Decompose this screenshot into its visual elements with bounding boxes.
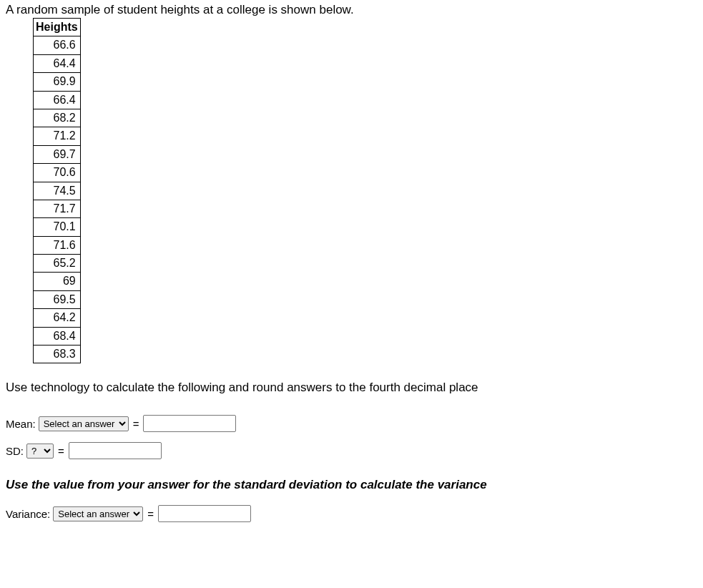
variance-instruction: Use the value from your answer for the s…: [6, 478, 697, 492]
sd-select[interactable]: ?: [26, 444, 54, 459]
table-row: 69.9: [34, 73, 81, 91]
mean-input[interactable]: [143, 415, 236, 432]
table-row: 70.1: [34, 218, 81, 236]
table-row: 64.4: [34, 54, 81, 72]
instruction-text: Use technology to calculate the followin…: [6, 381, 697, 395]
mean-label: Mean:: [6, 418, 36, 430]
heights-table: Heights 66.6 64.4 69.9 66.4 68.2 71.2 69…: [33, 18, 81, 363]
table-row: 68.4: [34, 327, 81, 345]
table-row: 70.6: [34, 164, 81, 182]
mean-row: Mean: Select an answer =: [6, 415, 697, 432]
table-row: 65.2: [34, 255, 81, 273]
table-row: 69.5: [34, 290, 81, 308]
table-row: 64.2: [34, 309, 81, 327]
variance-input[interactable]: [158, 505, 251, 522]
table-row: 69: [34, 273, 81, 290]
variance-row: Variance: Select an answer =: [6, 505, 697, 522]
table-row: 71.6: [34, 236, 81, 254]
sd-label: SD:: [6, 445, 24, 457]
table-row: 71.7: [34, 200, 81, 217]
table-row: 69.7: [34, 145, 81, 163]
table-row: 68.3: [34, 346, 81, 363]
table-row: 68.2: [34, 109, 81, 127]
intro-text: A random sample of student heights at a …: [6, 3, 697, 17]
mean-select[interactable]: Select an answer: [39, 416, 129, 431]
table-row: 74.5: [34, 182, 81, 200]
variance-label: Variance:: [6, 508, 50, 520]
sd-row: SD: ? =: [6, 442, 697, 459]
sd-input[interactable]: [69, 442, 162, 459]
variance-select[interactable]: Select an answer: [53, 506, 143, 521]
table-row: 71.2: [34, 127, 81, 145]
equals-sign: =: [133, 418, 139, 430]
table-row: 66.4: [34, 91, 81, 109]
equals-sign: =: [58, 445, 64, 457]
table-row: 66.6: [34, 36, 81, 54]
equals-sign: =: [147, 508, 154, 520]
table-header: Heights: [34, 19, 81, 36]
